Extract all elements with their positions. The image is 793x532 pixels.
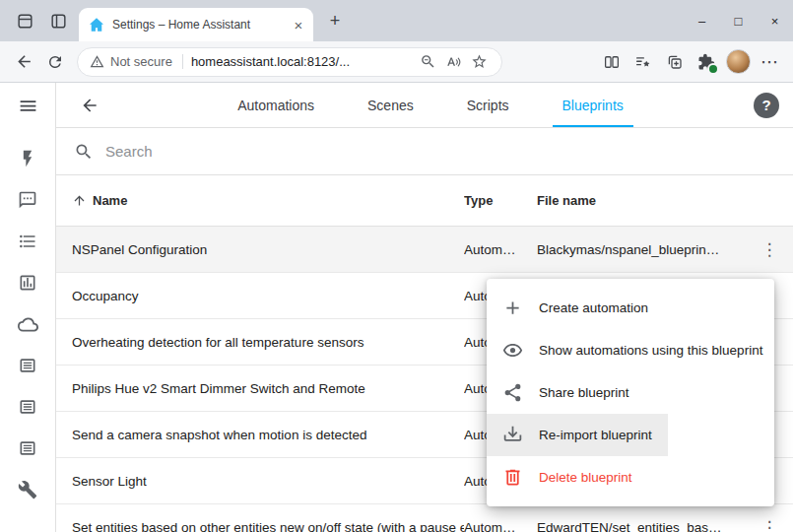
favorite-star-icon[interactable]	[466, 49, 492, 75]
sidebar-menu-icon[interactable]	[0, 83, 55, 128]
url-text: homeassistant.local:8123/...	[183, 54, 415, 69]
sidebar-item-list-icon[interactable]	[16, 231, 39, 252]
menu-item-reimport-blueprint[interactable]: Re-import blueprint	[487, 414, 668, 456]
row-name: Occupancy	[56, 289, 464, 303]
home-assistant-favicon	[89, 17, 104, 33]
row-type: Autom…	[464, 520, 537, 532]
row-name: Send a camera snapshot when motion is de…	[56, 428, 464, 442]
sidebar-item-device-icon[interactable]	[16, 355, 39, 376]
row-overflow-menu-icon[interactable]: ⋮	[754, 511, 785, 532]
security-indicator[interactable]: Not secure	[90, 54, 183, 69]
menu-item-show-automations[interactable]: Show automations using this blueprint	[487, 329, 778, 371]
table-row[interactable]: Set entities based on other entities new…	[56, 504, 793, 532]
sidebar-item-flash-icon[interactable]	[16, 148, 39, 169]
menu-item-share-blueprint[interactable]: Share blueprint	[487, 371, 645, 414]
blueprint-context-menu: Create automation Show automations using…	[487, 279, 774, 506]
row-file: Blackymas/nspanel_blueprin…	[537, 242, 746, 257]
toolbar-right-group: ⋯	[596, 46, 785, 78]
tab-scenes[interactable]: Scenes	[352, 83, 430, 127]
tab-close-icon[interactable]: ×	[290, 16, 307, 33]
column-header-type[interactable]: Type	[464, 193, 537, 208]
profile-avatar[interactable]	[722, 46, 754, 78]
browser-toolbar: Not secure homeassistant.local:8123/...	[0, 41, 793, 83]
help-icon[interactable]: ?	[754, 93, 779, 118]
workspaces-icon[interactable]	[8, 4, 41, 37]
zoom-out-icon[interactable]	[415, 49, 440, 75]
tab-scripts[interactable]: Scripts	[451, 83, 525, 127]
menu-item-label: Create automation	[539, 300, 648, 315]
row-name: Overheating detection for all temperatur…	[56, 335, 464, 350]
menu-item-create-automation[interactable]: Create automation	[487, 287, 664, 329]
sidebar-item-device-icon[interactable]	[16, 396, 39, 418]
column-header-file[interactable]: File name	[537, 193, 746, 208]
close-button[interactable]: ×	[757, 0, 793, 41]
avatar-image	[726, 49, 751, 74]
menu-item-label: Share blueprint	[539, 385, 629, 400]
split-screen-icon[interactable]	[596, 46, 628, 78]
extensions-icon[interactable]	[691, 46, 722, 78]
read-aloud-icon[interactable]	[440, 49, 466, 75]
vertical-tabs-icon[interactable]	[41, 4, 75, 37]
row-name: Set entities based on other entities new…	[56, 520, 464, 532]
favorites-icon[interactable]	[628, 46, 659, 78]
tab-title: Settings – Home Assistant	[112, 18, 282, 32]
column-header-name[interactable]: Name	[93, 193, 127, 208]
window-controls: – □ ×	[684, 0, 793, 41]
maximize-button[interactable]: □	[720, 0, 757, 41]
row-overflow-menu-icon[interactable]: ⋮	[754, 233, 785, 265]
tab-automations[interactable]: Automations	[222, 83, 330, 127]
browser-menu-icon[interactable]: ⋯	[754, 46, 785, 78]
address-bar[interactable]: Not secure homeassistant.local:8123/...	[77, 47, 502, 77]
sidebar-item-device-icon[interactable]	[16, 437, 39, 459]
sidebar-items	[16, 148, 39, 500]
refresh-icon[interactable]	[39, 46, 71, 78]
security-label: Not secure	[110, 54, 172, 69]
sort-ascending-icon[interactable]	[72, 193, 87, 208]
import-download-icon	[502, 425, 523, 445]
tab-blueprints[interactable]: Blueprints	[547, 83, 639, 127]
search-bar	[56, 128, 793, 175]
menu-item-delete-blueprint[interactable]: Delete blueprint	[487, 456, 648, 499]
ha-header: Automations Scenes Scripts Blueprints ?	[56, 83, 793, 128]
home-assistant-app: Automations Scenes Scripts Blueprints ? …	[0, 83, 793, 532]
sync-badge-icon	[707, 63, 719, 75]
ha-sidebar	[0, 83, 56, 532]
table-header: Name Type File name	[56, 175, 793, 227]
row-type: Autom…	[464, 242, 537, 257]
search-icon	[74, 142, 94, 162]
minimize-button[interactable]: –	[684, 0, 720, 41]
warning-icon	[90, 54, 104, 69]
search-input[interactable]	[103, 142, 775, 161]
browser-titlebar: Settings – Home Assistant × + – □ ×	[0, 0, 793, 41]
eye-icon	[502, 340, 523, 361]
sidebar-item-wrench-icon[interactable]	[16, 479, 39, 500]
browser-tab[interactable]: Settings – Home Assistant ×	[79, 8, 313, 41]
row-file: EdwardTEN/set_entities_bas…	[537, 520, 746, 532]
menu-item-label: Re-import blueprint	[539, 428, 652, 442]
share-icon	[502, 382, 523, 403]
ha-back-icon[interactable]	[72, 88, 107, 123]
row-name: Sensor Light	[56, 474, 464, 489]
sidebar-item-chat-icon[interactable]	[16, 189, 39, 211]
table-row[interactable]: NSPanel Configuration Autom… Blackymas/n…	[56, 227, 793, 273]
back-icon[interactable]	[8, 46, 39, 78]
sidebar-item-chart-icon[interactable]	[16, 272, 39, 294]
plus-icon	[502, 298, 523, 318]
row-name: NSPanel Configuration	[56, 242, 464, 257]
new-tab-button[interactable]: +	[321, 7, 349, 34]
trash-icon	[502, 467, 523, 488]
menu-item-label: Show automations using this blueprint	[539, 343, 762, 358]
ha-main: Automations Scenes Scripts Blueprints ? …	[56, 83, 793, 532]
collections-icon[interactable]	[659, 46, 691, 78]
browser-window: Settings – Home Assistant × + – □ × Not …	[0, 0, 793, 532]
menu-item-label: Delete blueprint	[539, 470, 632, 485]
sidebar-item-cloud-icon[interactable]	[16, 313, 39, 335]
ha-tab-bar: Automations Scenes Scripts Blueprints	[107, 83, 754, 127]
row-name: Philips Hue v2 Smart Dimmer Switch and R…	[56, 381, 464, 396]
